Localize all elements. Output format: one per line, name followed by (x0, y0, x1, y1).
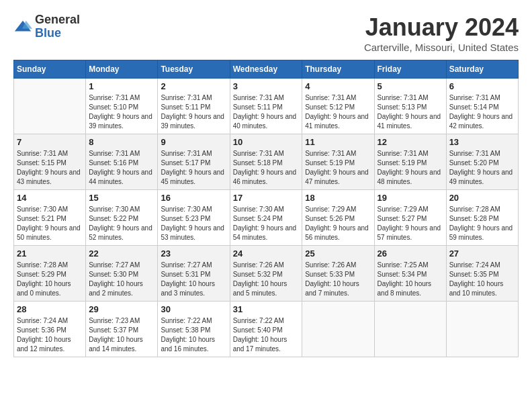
day-info: Sunrise: 7:31 AM Sunset: 5:19 PM Dayligh… (378, 149, 443, 187)
location-text: Carterville, Missouri, United States (364, 42, 519, 53)
day-info: Sunrise: 7:24 AM Sunset: 5:36 PM Dayligh… (17, 316, 83, 354)
calendar-day-cell: 5Sunrise: 7:31 AM Sunset: 5:13 PM Daylig… (374, 79, 446, 134)
calendar-day-cell: 29Sunrise: 7:23 AM Sunset: 5:37 PM Dayli… (86, 302, 158, 357)
day-number: 15 (89, 193, 154, 203)
calendar-week-row: 28Sunrise: 7:24 AM Sunset: 5:36 PM Dayli… (14, 302, 519, 357)
title-block: January 2024 Carterville, Missouri, Unit… (364, 13, 519, 53)
day-number: 19 (378, 193, 443, 203)
day-info: Sunrise: 7:31 AM Sunset: 5:13 PM Dayligh… (378, 93, 443, 131)
day-info: Sunrise: 7:31 AM Sunset: 5:11 PM Dayligh… (233, 93, 300, 131)
day-info: Sunrise: 7:23 AM Sunset: 5:37 PM Dayligh… (89, 316, 154, 354)
day-info: Sunrise: 7:31 AM Sunset: 5:15 PM Dayligh… (17, 149, 83, 187)
day-info: Sunrise: 7:30 AM Sunset: 5:22 PM Dayligh… (89, 205, 154, 242)
day-info: Sunrise: 7:30 AM Sunset: 5:21 PM Dayligh… (17, 205, 83, 242)
calendar-day-cell (374, 302, 446, 357)
day-number: 29 (89, 304, 154, 314)
calendar-day-cell: 19Sunrise: 7:29 AM Sunset: 5:27 PM Dayli… (374, 190, 446, 246)
calendar-day-cell: 9Sunrise: 7:31 AM Sunset: 5:17 PM Daylig… (158, 134, 230, 190)
calendar-day-cell: 20Sunrise: 7:28 AM Sunset: 5:28 PM Dayli… (446, 190, 518, 246)
day-info: Sunrise: 7:31 AM Sunset: 5:16 PM Dayligh… (89, 149, 154, 187)
calendar-header: SundayMondayTuesdayWednesdayThursdayFrid… (14, 60, 519, 79)
calendar-day-cell: 2Sunrise: 7:31 AM Sunset: 5:11 PM Daylig… (158, 79, 230, 134)
day-number: 31 (233, 304, 300, 314)
day-number: 16 (161, 193, 226, 203)
calendar-table: SundayMondayTuesdayWednesdayThursdayFrid… (13, 60, 519, 357)
day-number: 4 (305, 81, 371, 91)
day-number: 14 (17, 193, 83, 203)
day-number: 11 (305, 137, 371, 147)
calendar-day-cell: 13Sunrise: 7:31 AM Sunset: 5:20 PM Dayli… (446, 134, 518, 190)
day-info: Sunrise: 7:29 AM Sunset: 5:27 PM Dayligh… (378, 205, 443, 242)
calendar-week-row: 21Sunrise: 7:28 AM Sunset: 5:29 PM Dayli… (14, 246, 519, 302)
calendar-day-cell: 18Sunrise: 7:29 AM Sunset: 5:26 PM Dayli… (302, 190, 374, 246)
day-of-week-header: Monday (86, 60, 158, 79)
day-number: 18 (305, 193, 371, 203)
calendar-day-cell: 10Sunrise: 7:31 AM Sunset: 5:18 PM Dayli… (230, 134, 302, 190)
day-info: Sunrise: 7:29 AM Sunset: 5:26 PM Dayligh… (305, 205, 371, 242)
calendar-day-cell: 15Sunrise: 7:30 AM Sunset: 5:22 PM Dayli… (86, 190, 158, 246)
day-number: 12 (378, 137, 443, 147)
calendar-day-cell: 31Sunrise: 7:22 AM Sunset: 5:40 PM Dayli… (230, 302, 302, 357)
day-info: Sunrise: 7:31 AM Sunset: 5:11 PM Dayligh… (161, 93, 226, 131)
calendar-day-cell: 14Sunrise: 7:30 AM Sunset: 5:21 PM Dayli… (14, 190, 86, 246)
calendar-day-cell: 16Sunrise: 7:30 AM Sunset: 5:23 PM Dayli… (158, 190, 230, 246)
day-info: Sunrise: 7:22 AM Sunset: 5:38 PM Dayligh… (161, 316, 226, 354)
day-info: Sunrise: 7:24 AM Sunset: 5:35 PM Dayligh… (449, 261, 515, 298)
page-header: General Blue January 2024 Carterville, M… (13, 13, 519, 53)
logo: General Blue (13, 13, 80, 40)
calendar-day-cell: 17Sunrise: 7:30 AM Sunset: 5:24 PM Dayli… (230, 190, 302, 246)
calendar-day-cell: 23Sunrise: 7:27 AM Sunset: 5:31 PM Dayli… (158, 246, 230, 302)
calendar-day-cell: 27Sunrise: 7:24 AM Sunset: 5:35 PM Dayli… (446, 246, 518, 302)
day-number: 27 (449, 248, 515, 259)
day-of-week-header: Thursday (302, 60, 374, 79)
day-info: Sunrise: 7:31 AM Sunset: 5:14 PM Dayligh… (449, 93, 515, 131)
day-number: 22 (89, 248, 154, 259)
day-info: Sunrise: 7:26 AM Sunset: 5:33 PM Dayligh… (305, 261, 371, 298)
day-number: 25 (305, 248, 371, 259)
calendar-week-row: 14Sunrise: 7:30 AM Sunset: 5:21 PM Dayli… (14, 190, 519, 246)
day-info: Sunrise: 7:28 AM Sunset: 5:29 PM Dayligh… (17, 261, 83, 298)
day-number: 9 (161, 137, 226, 147)
calendar-day-cell: 28Sunrise: 7:24 AM Sunset: 5:36 PM Dayli… (14, 302, 86, 357)
calendar-day-cell: 12Sunrise: 7:31 AM Sunset: 5:19 PM Dayli… (374, 134, 446, 190)
logo-text: General Blue (35, 13, 80, 40)
calendar-day-cell: 25Sunrise: 7:26 AM Sunset: 5:33 PM Dayli… (302, 246, 374, 302)
calendar-day-cell: 24Sunrise: 7:26 AM Sunset: 5:32 PM Dayli… (230, 246, 302, 302)
day-number: 21 (17, 248, 83, 259)
days-of-week-row: SundayMondayTuesdayWednesdayThursdayFrid… (14, 60, 519, 79)
day-info: Sunrise: 7:28 AM Sunset: 5:28 PM Dayligh… (449, 205, 515, 242)
day-info: Sunrise: 7:30 AM Sunset: 5:24 PM Dayligh… (233, 205, 300, 242)
day-number: 5 (378, 81, 443, 91)
day-number: 3 (233, 81, 300, 91)
calendar-day-cell (14, 79, 86, 134)
calendar-day-cell (446, 302, 518, 357)
day-number: 26 (378, 248, 443, 259)
day-info: Sunrise: 7:27 AM Sunset: 5:31 PM Dayligh… (161, 261, 226, 298)
day-info: Sunrise: 7:30 AM Sunset: 5:23 PM Dayligh… (161, 205, 226, 242)
day-info: Sunrise: 7:27 AM Sunset: 5:30 PM Dayligh… (89, 261, 154, 298)
day-info: Sunrise: 7:31 AM Sunset: 5:19 PM Dayligh… (305, 149, 371, 187)
day-number: 20 (449, 193, 515, 203)
day-number: 8 (89, 137, 154, 147)
calendar-day-cell: 1Sunrise: 7:31 AM Sunset: 5:10 PM Daylig… (86, 79, 158, 134)
day-of-week-header: Tuesday (158, 60, 230, 79)
day-number: 7 (17, 137, 83, 147)
day-info: Sunrise: 7:31 AM Sunset: 5:12 PM Dayligh… (305, 93, 371, 131)
day-info: Sunrise: 7:25 AM Sunset: 5:34 PM Dayligh… (378, 261, 443, 298)
day-of-week-header: Sunday (14, 60, 86, 79)
calendar-day-cell: 11Sunrise: 7:31 AM Sunset: 5:19 PM Dayli… (302, 134, 374, 190)
day-number: 23 (161, 248, 226, 259)
calendar-week-row: 7Sunrise: 7:31 AM Sunset: 5:15 PM Daylig… (14, 134, 519, 190)
calendar-day-cell: 30Sunrise: 7:22 AM Sunset: 5:38 PM Dayli… (158, 302, 230, 357)
day-number: 30 (161, 304, 226, 314)
day-number: 17 (233, 193, 300, 203)
day-info: Sunrise: 7:31 AM Sunset: 5:20 PM Dayligh… (449, 149, 515, 187)
day-of-week-header: Wednesday (230, 60, 302, 79)
logo-general-text: General (35, 13, 80, 27)
calendar-body: 1Sunrise: 7:31 AM Sunset: 5:10 PM Daylig… (14, 79, 519, 357)
calendar-day-cell: 8Sunrise: 7:31 AM Sunset: 5:16 PM Daylig… (86, 134, 158, 190)
day-info: Sunrise: 7:22 AM Sunset: 5:40 PM Dayligh… (233, 316, 300, 354)
logo-icon (13, 17, 32, 36)
day-of-week-header: Friday (374, 60, 446, 79)
day-number: 2 (161, 81, 226, 91)
